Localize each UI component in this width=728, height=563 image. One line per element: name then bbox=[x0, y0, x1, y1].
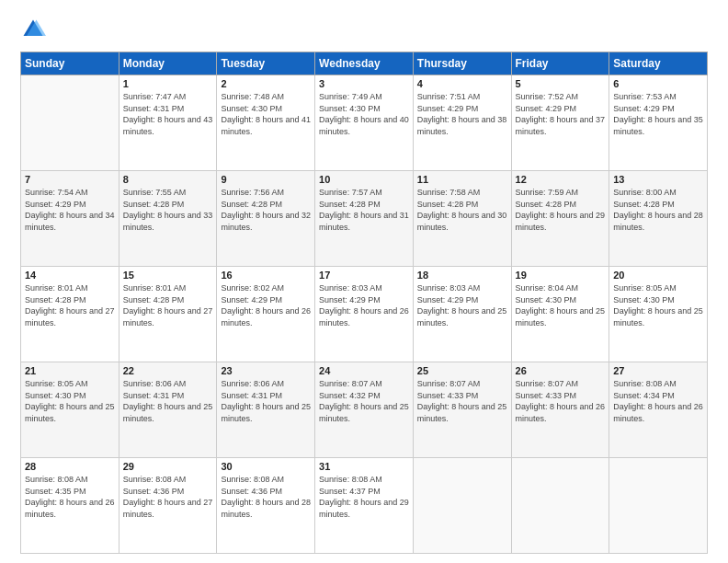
day-info: Sunrise: 8:08 AMSunset: 4:35 PMDaylight:… bbox=[25, 474, 115, 520]
day-info: Sunrise: 8:04 AMSunset: 4:30 PMDaylight:… bbox=[516, 282, 606, 328]
day-number: 8 bbox=[123, 174, 213, 185]
day-info: Sunrise: 7:48 AMSunset: 4:30 PMDaylight:… bbox=[221, 91, 311, 137]
day-info: Sunrise: 7:53 AMSunset: 4:29 PMDaylight:… bbox=[613, 91, 703, 137]
weekday-header-monday: Monday bbox=[119, 52, 217, 75]
calendar-cell: 18Sunrise: 8:03 AMSunset: 4:29 PMDayligh… bbox=[413, 267, 511, 362]
day-number: 25 bbox=[417, 365, 507, 376]
calendar-cell: 24Sunrise: 8:07 AMSunset: 4:32 PMDayligh… bbox=[315, 362, 414, 458]
day-info: Sunrise: 8:03 AMSunset: 4:29 PMDaylight:… bbox=[319, 282, 409, 328]
day-info: Sunrise: 7:47 AMSunset: 4:31 PMDaylight:… bbox=[123, 91, 213, 137]
page: SundayMondayTuesdayWednesdayThursdayFrid… bbox=[0, 0, 728, 563]
weekday-header-wednesday: Wednesday bbox=[315, 52, 414, 75]
day-info: Sunrise: 7:58 AMSunset: 4:28 PMDaylight:… bbox=[417, 187, 507, 233]
calendar-cell: 10Sunrise: 7:57 AMSunset: 4:28 PMDayligh… bbox=[315, 171, 414, 267]
calendar-cell: 11Sunrise: 7:58 AMSunset: 4:28 PMDayligh… bbox=[413, 171, 511, 267]
day-number: 29 bbox=[123, 461, 213, 472]
day-number: 4 bbox=[417, 78, 507, 89]
weekday-header-thursday: Thursday bbox=[413, 52, 511, 75]
calendar-cell: 8Sunrise: 7:55 AMSunset: 4:28 PMDaylight… bbox=[119, 171, 217, 267]
day-info: Sunrise: 8:08 AMSunset: 4:36 PMDaylight:… bbox=[221, 474, 311, 520]
calendar-cell: 13Sunrise: 8:00 AMSunset: 4:28 PMDayligh… bbox=[609, 171, 708, 267]
day-info: Sunrise: 8:01 AMSunset: 4:28 PMDaylight:… bbox=[25, 282, 115, 328]
weekday-header-sunday: Sunday bbox=[21, 52, 119, 75]
calendar-cell: 4Sunrise: 7:51 AMSunset: 4:29 PMDaylight… bbox=[413, 75, 511, 171]
day-number: 6 bbox=[613, 78, 703, 89]
logo-icon bbox=[20, 17, 46, 42]
calendar-cell: 12Sunrise: 7:59 AMSunset: 4:28 PMDayligh… bbox=[511, 171, 609, 267]
day-info: Sunrise: 8:08 AMSunset: 4:37 PMDaylight:… bbox=[319, 474, 409, 520]
week-row-5: 28Sunrise: 8:08 AMSunset: 4:35 PMDayligh… bbox=[21, 458, 708, 554]
calendar-cell: 6Sunrise: 7:53 AMSunset: 4:29 PMDaylight… bbox=[609, 75, 708, 171]
day-info: Sunrise: 8:00 AMSunset: 4:28 PMDaylight:… bbox=[613, 187, 703, 233]
calendar-cell: 25Sunrise: 8:07 AMSunset: 4:33 PMDayligh… bbox=[413, 362, 511, 458]
day-number: 3 bbox=[319, 78, 409, 89]
calendar: SundayMondayTuesdayWednesdayThursdayFrid… bbox=[20, 52, 708, 554]
day-number: 12 bbox=[516, 174, 606, 185]
day-number: 11 bbox=[417, 174, 507, 185]
day-number: 18 bbox=[417, 270, 507, 281]
day-info: Sunrise: 7:55 AMSunset: 4:28 PMDaylight:… bbox=[123, 187, 213, 233]
day-info: Sunrise: 8:06 AMSunset: 4:31 PMDaylight:… bbox=[221, 378, 311, 424]
day-number: 14 bbox=[25, 270, 115, 281]
day-info: Sunrise: 8:07 AMSunset: 4:33 PMDaylight:… bbox=[516, 378, 606, 424]
week-row-1: 1Sunrise: 7:47 AMSunset: 4:31 PMDaylight… bbox=[21, 75, 708, 171]
weekday-header-friday: Friday bbox=[511, 52, 609, 75]
day-number: 17 bbox=[319, 270, 409, 281]
weekday-header-row: SundayMondayTuesdayWednesdayThursdayFrid… bbox=[21, 52, 708, 75]
day-number: 21 bbox=[25, 365, 115, 376]
calendar-cell: 29Sunrise: 8:08 AMSunset: 4:36 PMDayligh… bbox=[119, 458, 217, 554]
day-number: 30 bbox=[221, 461, 311, 472]
calendar-cell: 30Sunrise: 8:08 AMSunset: 4:36 PMDayligh… bbox=[217, 458, 315, 554]
day-info: Sunrise: 7:51 AMSunset: 4:29 PMDaylight:… bbox=[417, 91, 507, 137]
day-info: Sunrise: 7:56 AMSunset: 4:28 PMDaylight:… bbox=[221, 187, 311, 233]
day-info: Sunrise: 8:07 AMSunset: 4:33 PMDaylight:… bbox=[417, 378, 507, 424]
day-info: Sunrise: 8:01 AMSunset: 4:28 PMDaylight:… bbox=[123, 282, 213, 328]
logo bbox=[20, 17, 50, 42]
calendar-cell: 7Sunrise: 7:54 AMSunset: 4:29 PMDaylight… bbox=[21, 171, 119, 267]
calendar-cell: 17Sunrise: 8:03 AMSunset: 4:29 PMDayligh… bbox=[315, 267, 414, 362]
calendar-cell: 22Sunrise: 8:06 AMSunset: 4:31 PMDayligh… bbox=[119, 362, 217, 458]
day-number: 23 bbox=[221, 365, 311, 376]
calendar-cell: 21Sunrise: 8:05 AMSunset: 4:30 PMDayligh… bbox=[21, 362, 119, 458]
day-number: 28 bbox=[25, 461, 115, 472]
day-info: Sunrise: 8:03 AMSunset: 4:29 PMDaylight:… bbox=[417, 282, 507, 328]
day-number: 13 bbox=[613, 174, 703, 185]
weekday-header-tuesday: Tuesday bbox=[217, 52, 315, 75]
calendar-header: SundayMondayTuesdayWednesdayThursdayFrid… bbox=[21, 52, 708, 75]
calendar-cell bbox=[609, 458, 708, 554]
calendar-cell bbox=[21, 75, 119, 171]
day-number: 31 bbox=[319, 461, 409, 472]
day-number: 24 bbox=[319, 365, 409, 376]
calendar-cell bbox=[413, 458, 511, 554]
day-number: 16 bbox=[221, 270, 311, 281]
day-number: 15 bbox=[123, 270, 213, 281]
day-number: 2 bbox=[221, 78, 311, 89]
day-number: 22 bbox=[123, 365, 213, 376]
weekday-header-saturday: Saturday bbox=[609, 52, 708, 75]
header bbox=[20, 17, 708, 42]
day-number: 7 bbox=[25, 174, 115, 185]
calendar-cell: 23Sunrise: 8:06 AMSunset: 4:31 PMDayligh… bbox=[217, 362, 315, 458]
day-info: Sunrise: 8:06 AMSunset: 4:31 PMDaylight:… bbox=[123, 378, 213, 424]
calendar-cell: 5Sunrise: 7:52 AMSunset: 4:29 PMDaylight… bbox=[511, 75, 609, 171]
day-number: 19 bbox=[516, 270, 606, 281]
day-info: Sunrise: 7:52 AMSunset: 4:29 PMDaylight:… bbox=[516, 91, 606, 137]
day-number: 1 bbox=[123, 78, 213, 89]
calendar-cell: 28Sunrise: 8:08 AMSunset: 4:35 PMDayligh… bbox=[21, 458, 119, 554]
calendar-cell: 14Sunrise: 8:01 AMSunset: 4:28 PMDayligh… bbox=[21, 267, 119, 362]
day-info: Sunrise: 8:08 AMSunset: 4:36 PMDaylight:… bbox=[123, 474, 213, 520]
calendar-cell: 31Sunrise: 8:08 AMSunset: 4:37 PMDayligh… bbox=[315, 458, 414, 554]
day-info: Sunrise: 7:59 AMSunset: 4:28 PMDaylight:… bbox=[516, 187, 606, 233]
day-info: Sunrise: 8:08 AMSunset: 4:34 PMDaylight:… bbox=[613, 378, 703, 424]
day-info: Sunrise: 8:05 AMSunset: 4:30 PMDaylight:… bbox=[613, 282, 703, 328]
day-number: 27 bbox=[613, 365, 703, 376]
day-info: Sunrise: 7:49 AMSunset: 4:30 PMDaylight:… bbox=[319, 91, 409, 137]
calendar-cell: 19Sunrise: 8:04 AMSunset: 4:30 PMDayligh… bbox=[511, 267, 609, 362]
calendar-cell: 3Sunrise: 7:49 AMSunset: 4:30 PMDaylight… bbox=[315, 75, 414, 171]
day-info: Sunrise: 8:02 AMSunset: 4:29 PMDaylight:… bbox=[221, 282, 311, 328]
calendar-cell: 16Sunrise: 8:02 AMSunset: 4:29 PMDayligh… bbox=[217, 267, 315, 362]
calendar-cell: 27Sunrise: 8:08 AMSunset: 4:34 PMDayligh… bbox=[609, 362, 708, 458]
calendar-cell bbox=[511, 458, 609, 554]
day-info: Sunrise: 8:07 AMSunset: 4:32 PMDaylight:… bbox=[319, 378, 409, 424]
day-number: 26 bbox=[516, 365, 606, 376]
